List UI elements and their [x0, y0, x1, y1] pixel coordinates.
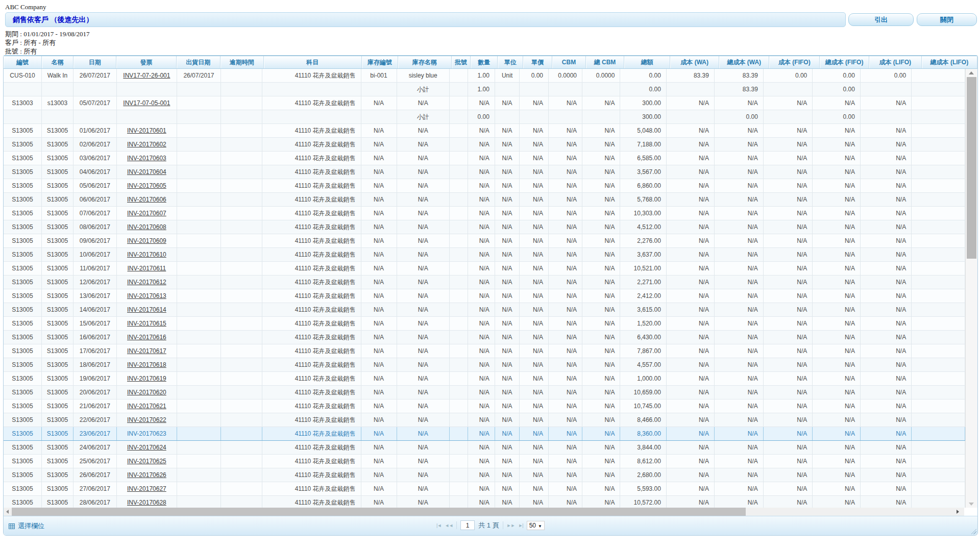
table-row[interactable]: S13005S1300524/06/2017INV-2017062441110 … — [4, 441, 965, 455]
invoice-link[interactable]: INV-20170624 — [127, 444, 166, 451]
table-row[interactable]: S13005S1300523/06/2017INV-2017062341110 … — [4, 427, 965, 441]
pager-prev-icon[interactable]: ◄◄ — [445, 523, 453, 528]
table-row[interactable]: S13005S1300518/06/2017INV-2017061841110 … — [4, 358, 965, 372]
column-header-total_cbm[interactable]: 總 CBM — [585, 56, 624, 69]
table-row[interactable]: S13005S1300507/06/2017INV-2017060741110 … — [4, 207, 965, 220]
scroll-left-icon[interactable] — [6, 510, 9, 514]
scroll-down-icon[interactable] — [969, 503, 974, 506]
page-number-input[interactable] — [460, 520, 475, 530]
invoice-link[interactable]: INV-20170616 — [127, 334, 166, 341]
table-row[interactable]: S13005S1300515/06/2017INV-2017061541110 … — [4, 317, 965, 331]
column-header-invoice[interactable]: 發票 — [116, 56, 176, 69]
table-row[interactable]: S13005S1300513/06/2017INV-2017061341110 … — [4, 289, 965, 303]
column-header-batch[interactable]: 批號 — [451, 56, 471, 69]
page-size-select[interactable]: 50▼ — [527, 521, 545, 530]
table-row[interactable]: S13005S1300525/06/2017INV-2017062541110 … — [4, 455, 965, 468]
table-row[interactable]: S13005S1300519/06/2017INV-2017061941110 … — [4, 372, 965, 386]
invoice-link[interactable]: INV-20170625 — [127, 458, 166, 465]
table-row[interactable]: S13005S1300527/06/2017INV-2017062741110 … — [4, 482, 965, 496]
invoice-link[interactable]: INV-20170623 — [127, 430, 166, 437]
column-header-stock_id[interactable]: 庫存編號 — [361, 56, 398, 69]
column-header-overdue_time[interactable]: 逾期時間 — [220, 56, 263, 69]
invoice-link[interactable]: INV17-07-26-001 — [123, 72, 170, 79]
column-header-total_cost_wa[interactable]: 總成本 (WA) — [719, 56, 769, 69]
invoice-link[interactable]: INV-20170606 — [127, 196, 166, 203]
invoice-link[interactable]: INV-20170621 — [127, 403, 166, 410]
invoice-link[interactable]: INV-20170612 — [127, 279, 166, 286]
column-header-cost_lifo[interactable]: 成本 (LIFO) — [869, 56, 921, 69]
invoice-link[interactable]: INV-20170619 — [127, 375, 166, 382]
column-header-stock_name[interactable]: 庫存名稱 — [398, 56, 451, 69]
table-row[interactable]: CUS-010Walk In26/07/2017INV17-07-26-0012… — [4, 69, 965, 83]
pager-last-icon[interactable]: ►| — [518, 523, 523, 528]
invoice-link[interactable]: INV-20170605 — [127, 182, 166, 189]
column-header-qty[interactable]: 數量 — [471, 56, 498, 69]
table-row[interactable]: S13003s1300305/07/2017INV17-07-05-001411… — [4, 96, 965, 110]
column-header-total_cost_fifo[interactable]: 總成本 (FIFO) — [820, 56, 869, 69]
scroll-right-icon[interactable] — [957, 510, 959, 514]
resize-grip-icon[interactable] — [970, 528, 976, 534]
pager-next-icon[interactable]: ►► — [507, 523, 515, 528]
table-row[interactable]: S13005S1300509/06/2017INV-2017060941110 … — [4, 234, 965, 248]
table-row[interactable]: S13005S1300505/06/2017INV-2017060541110 … — [4, 179, 965, 193]
invoice-link[interactable]: INV-20170604 — [127, 168, 166, 176]
invoice-link[interactable]: INV-20170628 — [127, 499, 166, 506]
column-header-total[interactable]: 總額 — [624, 56, 670, 69]
table-row[interactable]: S13005S1300504/06/2017INV-2017060441110 … — [4, 165, 965, 179]
table-row[interactable]: S13005S1300510/06/2017INV-2017061041110 … — [4, 248, 965, 262]
column-header-unit[interactable]: 單位 — [498, 56, 523, 69]
close-button[interactable]: 關閉 — [917, 13, 977, 26]
table-row[interactable]: S13005S1300528/06/2017INV-2017062841110 … — [4, 496, 965, 508]
column-header-unit_price[interactable]: 單價 — [523, 56, 552, 69]
invoice-link[interactable]: INV-20170614 — [127, 306, 166, 313]
invoice-link[interactable]: INV-20170610 — [127, 251, 166, 258]
invoice-link[interactable]: INV-20170601 — [127, 127, 166, 134]
invoice-link[interactable]: INV-20170608 — [127, 223, 166, 231]
invoice-link[interactable]: INV-20170607 — [127, 210, 166, 217]
table-row[interactable]: S13005S1300508/06/2017INV-2017060841110 … — [4, 220, 965, 234]
table-row[interactable]: S13005S1300512/06/2017INV-2017061241110 … — [4, 276, 965, 289]
pager-first-icon[interactable]: |◄ — [436, 523, 441, 528]
vertical-scrollbar[interactable] — [965, 69, 977, 508]
table-row[interactable]: S13005S1300526/06/2017INV-2017062641110 … — [4, 468, 965, 482]
column-header-date[interactable]: 日期 — [74, 56, 116, 69]
invoice-link[interactable]: INV-20170618 — [127, 361, 166, 368]
invoice-link[interactable]: INV-20170603 — [127, 155, 166, 162]
invoice-link[interactable]: INV-20170620 — [127, 389, 166, 396]
invoice-link[interactable]: INV17-07-05-001 — [123, 99, 170, 107]
scroll-up-icon[interactable] — [969, 71, 974, 74]
invoice-link[interactable]: INV-20170617 — [127, 347, 166, 355]
select-columns-button[interactable]: 選擇欄位 — [9, 521, 44, 531]
table-row[interactable]: S13005S1300522/06/2017INV-2017062241110 … — [4, 413, 965, 427]
table-row[interactable]: S13005S1300520/06/2017INV-2017062041110 … — [4, 386, 965, 399]
table-row[interactable]: S13005S1300516/06/2017INV-2017061641110 … — [4, 331, 965, 344]
column-header-id[interactable]: 編號 — [4, 56, 42, 69]
horizontal-scroll-thumb[interactable] — [12, 508, 746, 516]
invoice-link[interactable]: INV-20170602 — [127, 141, 166, 148]
table-row[interactable]: S13005S1300502/06/2017INV-2017060241110 … — [4, 138, 965, 152]
column-header-cost_wa[interactable]: 成本 (WA) — [670, 56, 719, 69]
column-header-cbm[interactable]: CBM — [552, 56, 585, 69]
table-row[interactable]: S13005S1300521/06/2017INV-2017062141110 … — [4, 399, 965, 413]
table-row[interactable]: S13005S1300514/06/2017INV-2017061441110 … — [4, 303, 965, 317]
column-header-total_cost_lifo[interactable]: 總成本 (LIFO) — [921, 56, 977, 69]
table-row[interactable]: S13005S1300503/06/2017INV-2017060341110 … — [4, 152, 965, 165]
invoice-link[interactable]: INV-20170611 — [127, 265, 166, 272]
column-header-ship_date[interactable]: 出貨日期 — [176, 56, 220, 69]
table-row[interactable]: S13005S1300517/06/2017INV-2017061741110 … — [4, 344, 965, 358]
invoice-link[interactable]: INV-20170615 — [127, 320, 166, 327]
invoice-link[interactable]: INV-20170626 — [127, 471, 166, 479]
invoice-link[interactable]: INV-20170609 — [127, 237, 166, 244]
export-button[interactable]: 引出 — [848, 13, 914, 26]
invoice-link[interactable]: INV-20170627 — [127, 485, 166, 492]
vertical-scroll-thumb[interactable] — [967, 77, 976, 259]
invoice-link[interactable]: INV-20170613 — [127, 292, 166, 299]
invoice-link[interactable]: INV-20170622 — [127, 416, 166, 423]
table-row[interactable]: S13005S1300501/06/2017INV-2017060141110 … — [4, 124, 965, 138]
table-row[interactable]: S13005S1300511/06/2017INV-2017061141110 … — [4, 262, 965, 276]
column-header-account[interactable]: 科目 — [263, 56, 361, 69]
horizontal-scrollbar[interactable] — [4, 508, 977, 516]
table-row[interactable]: S13005S1300506/06/2017INV-2017060641110 … — [4, 193, 965, 207]
subtotal-row[interactable]: 小計0.00300.000.000.00 — [4, 110, 965, 124]
column-header-cost_fifo[interactable]: 成本 (FIFO) — [769, 56, 820, 69]
